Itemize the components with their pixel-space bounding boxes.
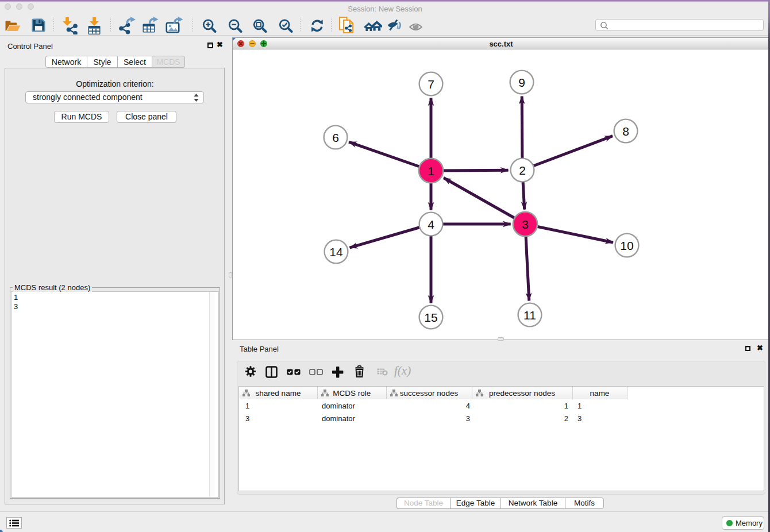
svg-text:2: 2 — [519, 164, 526, 177]
svg-text:11: 11 — [523, 309, 536, 322]
svg-text:15: 15 — [424, 311, 437, 324]
svg-text:14: 14 — [329, 245, 343, 259]
svg-text:9: 9 — [518, 76, 525, 89]
svg-text:7: 7 — [428, 78, 434, 91]
svg-text:6: 6 — [332, 131, 339, 144]
svg-text:3: 3 — [522, 218, 529, 231]
svg-text:10: 10 — [620, 239, 633, 252]
svg-text:8: 8 — [622, 125, 629, 138]
svg-text:1: 1 — [428, 164, 434, 178]
svg-text:4: 4 — [428, 218, 434, 231]
